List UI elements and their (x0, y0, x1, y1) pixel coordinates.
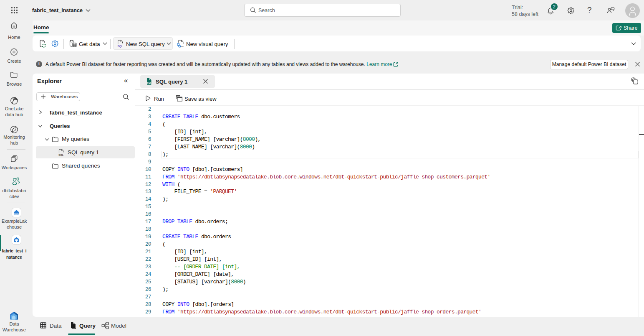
svg-text:SQL: SQL (58, 154, 64, 156)
svg-text:SQL: SQL (147, 81, 152, 84)
svg-text:SQL: SQL (118, 45, 123, 48)
